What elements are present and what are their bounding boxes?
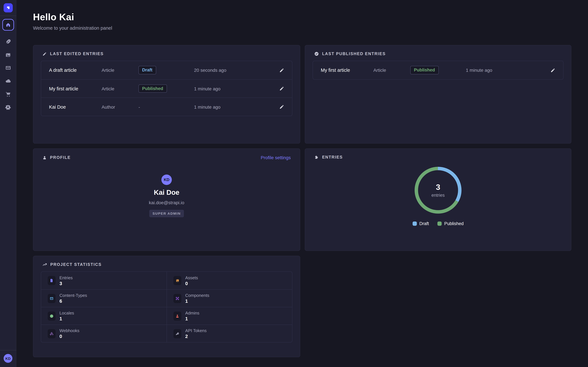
legend-label: Draft (419, 221, 429, 226)
role-badge: Super admin (149, 210, 184, 217)
stat-value: 6 (60, 299, 87, 304)
table-row[interactable]: My first article Article Published 1 min… (313, 61, 563, 79)
stat-label: Content-Types (60, 293, 87, 298)
main-content: Hello Kai Welcome to your administration… (16, 0, 588, 367)
stat-value: 2 (185, 334, 207, 339)
entry-name: A draft article (49, 67, 102, 73)
entry-time: 1 minute ago (194, 86, 276, 91)
page-subtitle: Welcome to your administration panel (33, 25, 571, 31)
sidebar-divider (0, 16, 16, 16)
user-icon (43, 155, 47, 160)
statistics-grid: Entries 3 Assets 0 (41, 271, 292, 342)
stat-api-tokens: API Tokens 2 (167, 325, 292, 342)
stat-value: 0 (60, 334, 79, 339)
stat-webhooks: Webhooks 0 (41, 325, 167, 342)
sidebar: KD (0, 0, 16, 367)
stat-value: 3 (60, 281, 73, 286)
sidebar-item-content-manager[interactable] (2, 35, 14, 48)
cloud-icon (5, 78, 11, 84)
entry-time: 1 minute ago (194, 104, 276, 109)
gear-icon (5, 104, 11, 110)
edit-entry-button[interactable] (547, 68, 555, 73)
last-edited-entries-panel: Last edited entries A draft article Arti… (33, 45, 300, 143)
edit-entry-button[interactable] (276, 68, 284, 73)
stat-locales: Locales 1 (41, 307, 167, 325)
last-published-entries-panel: Last published entries My first article … (305, 45, 571, 143)
panel-title: Entries (322, 155, 343, 159)
strapi-logo-icon (5, 5, 11, 10)
project-statistics-panel: Project Statistics Entries 3 (33, 256, 300, 357)
panel-title: Project Statistics (50, 262, 102, 267)
home-icon (5, 22, 11, 27)
sidebar-item-marketplace[interactable] (2, 87, 14, 100)
admin-dashboard: KD Hello Kai Welcome to your administrat… (0, 0, 588, 367)
status-badge: Published (410, 66, 439, 74)
chart-legend: Draft Published (412, 221, 464, 226)
user-avatar[interactable]: KD (4, 354, 12, 363)
layout-icon (5, 65, 11, 71)
strapi-logo[interactable] (3, 3, 13, 12)
images-icon (173, 276, 181, 285)
stat-value: 1 (185, 299, 209, 304)
entry-type: Article (102, 67, 138, 73)
entries-donut-chart: 3 entries (412, 164, 464, 216)
status-badge: Published (138, 84, 167, 93)
sidebar-item-home[interactable] (2, 19, 14, 31)
edit-entry-button[interactable] (276, 86, 284, 91)
check-circle-icon (314, 51, 319, 56)
last-published-table: My first article Article Published 1 min… (313, 61, 563, 80)
entry-time: 1 minute ago (466, 67, 547, 73)
entry-type: Article (102, 86, 138, 91)
webhook-icon (48, 329, 56, 338)
profile-avatar: KD (161, 175, 172, 185)
edit-entry-button[interactable] (276, 104, 284, 109)
status-empty: - (138, 104, 194, 109)
molecule-icon (173, 294, 181, 303)
profile-panel: Profile Profile settings KD Kai Doe kai.… (33, 149, 300, 251)
entry-name: My first article (49, 86, 102, 91)
stat-assets: Assets 0 (167, 272, 292, 289)
sidebar-item-media-library[interactable] (2, 48, 14, 61)
entries-total: 3 (436, 183, 440, 192)
table-row[interactable]: Kai Doe Author - 1 minute ago (41, 98, 292, 116)
stat-label: Assets (185, 275, 198, 280)
stat-content-types: Content-Types 6 (41, 289, 167, 307)
table-row[interactable]: A draft article Article Draft 20 seconds… (41, 61, 292, 79)
key-icon (173, 329, 181, 338)
page-title: Hello Kai (33, 12, 571, 23)
images-icon (5, 52, 11, 58)
entries-panel: Entries 3 entrie (305, 149, 571, 251)
last-edited-table: A draft article Article Draft 20 seconds… (41, 61, 292, 116)
stat-label: Entries (60, 275, 73, 280)
stat-components: Components 1 (167, 289, 292, 307)
sidebar-item-settings[interactable] (2, 100, 14, 114)
panel-title: Profile (50, 155, 71, 160)
pencil-icon (43, 52, 47, 56)
stat-label: Webhooks (60, 328, 79, 333)
status-badge: Draft (138, 66, 156, 74)
sidebar-item-content-type-builder[interactable] (2, 61, 14, 74)
stat-value: 0 (185, 281, 198, 286)
profile-settings-link[interactable]: Profile settings (261, 155, 291, 160)
legend-draft: Draft (412, 221, 429, 226)
file-icon (48, 276, 56, 285)
table-row[interactable]: My first article Article Published 1 min… (41, 79, 292, 98)
stat-value: 1 (60, 316, 74, 321)
panel-title: Last edited entries (50, 51, 104, 56)
entry-name: Kai Doe (49, 104, 102, 109)
entry-type: Author (102, 104, 138, 109)
stat-entries: Entries 3 (41, 272, 167, 289)
globe-icon (48, 311, 56, 320)
entries-total-label: entries (431, 193, 445, 198)
legend-label: Published (444, 221, 464, 226)
trending-up-icon (43, 262, 47, 267)
entry-type: Article (373, 67, 410, 73)
draft-swatch (412, 222, 417, 226)
entry-time: 20 seconds ago (194, 67, 276, 73)
stat-label: Admins (185, 310, 199, 316)
stat-admins: Admins 1 (167, 307, 292, 325)
layout-icon (48, 294, 56, 303)
panel-title: Last published entries (322, 51, 386, 56)
stat-label: Locales (60, 310, 74, 316)
sidebar-item-deploy[interactable] (2, 74, 14, 87)
